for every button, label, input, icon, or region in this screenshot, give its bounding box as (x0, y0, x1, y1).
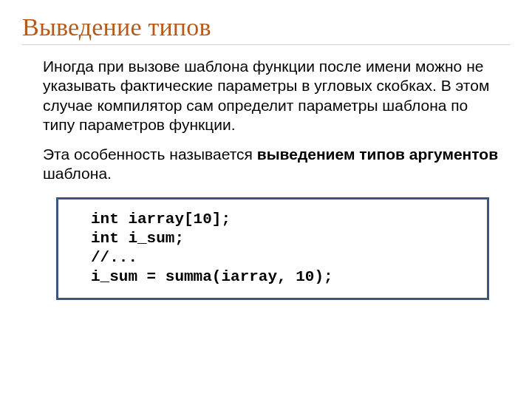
paragraph-1: Иногда при вызове шаблона функции после … (43, 57, 504, 134)
paragraph-2-lead: Эта особенность называется (43, 146, 257, 163)
paragraph-2-tail: шаблона. (43, 165, 112, 182)
paragraph-2: Эта особенность называется выведением ти… (43, 145, 504, 184)
paragraph-2-bold: выведением типов аргументов (257, 146, 498, 163)
slide-title: Выведение типов (22, 13, 510, 45)
code-block: int iarray[10]; int i_sum; //... i_sum =… (56, 197, 489, 300)
slide: Выведение типов Иногда при вызове шаблон… (0, 0, 532, 399)
